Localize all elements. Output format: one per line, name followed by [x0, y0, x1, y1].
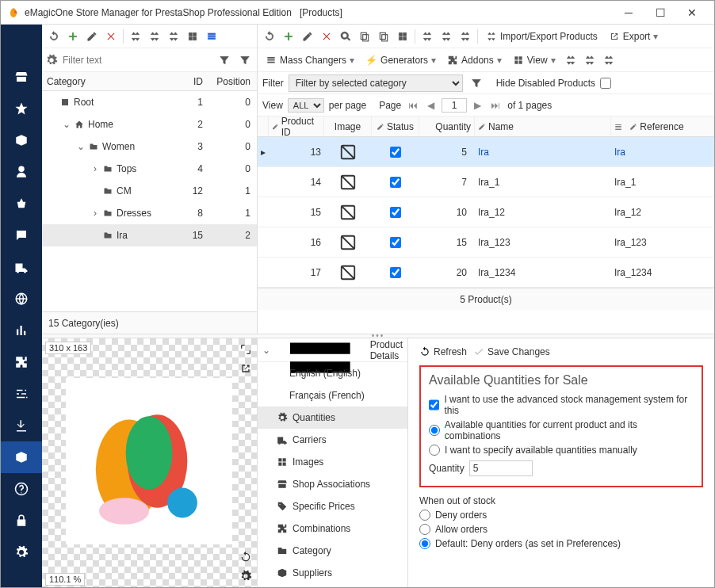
filter-gear-icon[interactable] — [45, 54, 58, 67]
detail-nav-item[interactable]: Suppliers — [258, 562, 407, 584]
prod-edit-button[interactable] — [299, 28, 316, 45]
image-reload-button[interactable] — [238, 549, 254, 565]
category-row[interactable]: › Tops 4 0 — [42, 158, 257, 180]
detail-nav-item[interactable]: Specific Prices — [258, 495, 407, 517]
filter-clear-icon[interactable] — [236, 52, 254, 69]
category-row[interactable]: ⌄ Women 3 0 — [42, 136, 257, 158]
cat-sort-button[interactable] — [127, 28, 144, 45]
detail-nav-item[interactable]: Shop Associations — [258, 473, 407, 495]
cat-header-name[interactable]: Category — [42, 76, 170, 87]
cat-view-button[interactable] — [203, 28, 220, 45]
image-fullscreen-button[interactable] — [238, 342, 254, 357]
cat-add-button[interactable] — [64, 28, 82, 45]
page-prev-button[interactable]: ◀ — [425, 100, 437, 111]
product-row[interactable]: 17 20 Ira_1234 Ira_1234 — [258, 258, 714, 288]
prod-misc2-button[interactable] — [419, 28, 436, 45]
col-image[interactable]: Image — [324, 116, 372, 136]
nav-messages[interactable] — [1, 220, 42, 251]
nav-reports[interactable] — [1, 315, 42, 346]
prod-search-button[interactable] — [337, 28, 354, 45]
addons-button[interactable]: Addons▾ — [442, 52, 507, 69]
cat-edit-button[interactable] — [83, 28, 101, 45]
product-row[interactable]: 16 15 Ira_123 Ira_123 — [258, 227, 714, 258]
nav-products[interactable] — [1, 441, 42, 473]
detail-nav-item[interactable]: Category — [258, 540, 407, 562]
oos-default-radio[interactable] — [419, 538, 430, 549]
col-reference[interactable]: ≣ Reference — [611, 116, 714, 136]
nav-tools[interactable] — [1, 378, 42, 410]
prod-misc1-button[interactable] — [394, 28, 411, 45]
nav-shipping[interactable] — [1, 251, 42, 283]
refresh-button[interactable]: Refresh — [419, 346, 467, 357]
window-maximize-button[interactable]: ☐ — [644, 6, 676, 19]
detail-nav-item[interactable]: Combinations — [258, 517, 407, 540]
cell-status[interactable] — [372, 137, 419, 166]
hide-disabled-checkbox[interactable] — [600, 78, 611, 89]
extra1-button[interactable] — [562, 52, 579, 69]
export-button[interactable]: Export▾ — [604, 28, 663, 45]
prod-copy-button[interactable] — [356, 28, 373, 45]
image-settings-button[interactable] — [238, 568, 254, 584]
cell-status[interactable] — [372, 197, 419, 227]
window-close-button[interactable]: ✕ — [676, 6, 708, 19]
nav-settings[interactable] — [1, 536, 42, 568]
page-last-button[interactable]: ⏭ — [488, 100, 503, 111]
nav-favorites[interactable] — [1, 93, 42, 124]
view-all-select[interactable]: ALL — [288, 98, 324, 113]
prod-refresh-button[interactable] — [261, 28, 278, 45]
product-row[interactable]: ▸ 13 5 Ira Ira — [258, 137, 714, 167]
nav-addons[interactable] — [1, 346, 42, 378]
prod-delete-button[interactable] — [318, 28, 335, 45]
nav-orders[interactable] — [1, 188, 42, 220]
extra3-button[interactable] — [600, 52, 618, 69]
category-filter-input[interactable] — [61, 53, 212, 67]
advanced-stock-checkbox[interactable] — [429, 399, 439, 410]
avail-manual-radio[interactable] — [429, 445, 440, 456]
category-row[interactable]: CM 12 1 — [42, 180, 257, 202]
import-export-button[interactable]: Import/Export Products — [481, 28, 602, 45]
nav-menu[interactable] — [1, 29, 42, 61]
cat-collapse-button[interactable] — [165, 28, 182, 45]
nav-catalog[interactable] — [1, 124, 42, 156]
cat-expand-button[interactable] — [146, 28, 163, 45]
extra2-button[interactable] — [581, 52, 598, 69]
quantity-input[interactable] — [469, 460, 533, 476]
page-number-input[interactable] — [442, 98, 467, 113]
cat-image-button[interactable] — [184, 28, 201, 45]
nav-security[interactable] — [1, 505, 42, 536]
oos-deny-radio[interactable] — [419, 510, 430, 521]
cell-status[interactable] — [372, 167, 419, 197]
nav-import[interactable] — [1, 410, 42, 441]
category-row[interactable]: Ira 15 2 — [42, 224, 257, 246]
oos-allow-radio[interactable] — [419, 524, 430, 535]
category-row[interactable]: Root 1 0 — [42, 91, 257, 113]
cat-delete-button[interactable] — [102, 28, 120, 45]
prod-misc3-button[interactable] — [438, 28, 455, 45]
filter-clear-button[interactable] — [468, 74, 485, 92]
detail-nav-header[interactable]: ⌄ Product Details — [258, 338, 407, 362]
product-row[interactable]: 15 10 Ira_12 Ira_12 — [258, 197, 714, 227]
detail-nav-item[interactable]: Carriers — [258, 429, 407, 451]
category-row[interactable]: ⌄ Home 2 0 — [42, 113, 257, 136]
detail-nav-item[interactable]: Quantities — [258, 407, 407, 429]
view-button[interactable]: View▾ — [508, 52, 560, 69]
generators-button[interactable]: ⚡Generators▾ — [361, 52, 441, 69]
page-first-button[interactable]: ⏮ — [406, 100, 420, 111]
cell-status[interactable] — [372, 258, 419, 287]
detail-nav-item[interactable]: Images — [258, 451, 407, 473]
category-row[interactable]: › Dresses 8 1 — [42, 202, 257, 224]
filter-combo[interactable]: Filter by selected category — [289, 74, 463, 92]
prod-add-button[interactable] — [280, 28, 297, 45]
nav-localization[interactable] — [1, 283, 42, 315]
col-product-id[interactable]: Product ID — [269, 116, 324, 136]
prod-clone-button[interactable] — [375, 28, 392, 45]
nav-customers[interactable] — [1, 156, 42, 188]
page-next-button[interactable]: ▶ — [472, 100, 484, 111]
cat-header-id[interactable]: ID — [170, 76, 209, 87]
filter-add-icon[interactable] — [216, 52, 233, 69]
product-row[interactable]: 14 7 Ira_1 Ira_1 — [258, 167, 714, 197]
avail-auto-radio[interactable] — [429, 425, 440, 436]
cat-refresh-button[interactable] — [45, 28, 63, 45]
prod-misc4-button[interactable] — [457, 28, 474, 45]
cat-header-position[interactable]: Position — [209, 76, 257, 87]
